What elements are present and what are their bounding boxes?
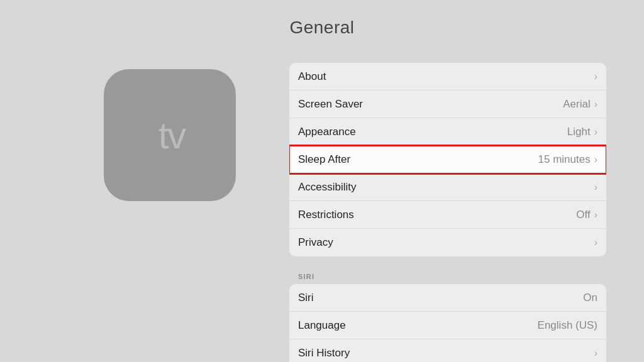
- apple-tv-logo: tv: [155, 114, 186, 157]
- item-right-language: English (US): [538, 319, 597, 332]
- chevron-icon-appearance: ›: [594, 126, 597, 138]
- settings-item-privacy[interactable]: Privacy ›: [289, 229, 606, 256]
- settings-item-about[interactable]: About ›: [289, 63, 606, 90]
- item-right-siri: On: [583, 292, 597, 304]
- settings-item-screen-saver[interactable]: Screen Saver Aerial ›: [289, 90, 606, 118]
- item-right-privacy: ›: [594, 237, 597, 248]
- chevron-icon-restrictions: ›: [594, 209, 597, 221]
- settings-group-main: About › Screen Saver Aerial › Appearance: [289, 63, 606, 256]
- chevron-icon-sleep-after: ›: [594, 154, 597, 165]
- settings-item-language[interactable]: Language English (US): [289, 312, 606, 339]
- settings-item-sleep-after[interactable]: Sleep After 15 minutes ›: [289, 146, 606, 173]
- content-area: tv About › Screen Saver Aerial: [0, 38, 644, 362]
- item-right-appearance: Light ›: [567, 126, 597, 138]
- item-right-restrictions: Off ›: [576, 209, 597, 221]
- item-value-restrictions: Off: [576, 209, 590, 221]
- page-container: General tv About ›: [0, 0, 644, 362]
- settings-item-appearance[interactable]: Appearance Light ›: [289, 118, 606, 146]
- item-value-screen-saver: Aerial: [563, 98, 590, 111]
- item-value-appearance: Light: [567, 126, 591, 138]
- item-value-language: English (US): [538, 319, 597, 332]
- chevron-icon-about: ›: [594, 71, 597, 82]
- settings-item-restrictions[interactable]: Restrictions Off ›: [289, 201, 606, 229]
- item-label-restrictions: Restrictions: [298, 209, 354, 221]
- page-title: General: [0, 0, 644, 38]
- item-right-accessibility: ›: [594, 182, 597, 193]
- chevron-icon-accessibility: ›: [594, 182, 597, 193]
- item-right-about: ›: [594, 71, 597, 82]
- settings-item-siri-history[interactable]: Siri History ›: [289, 339, 606, 362]
- item-label-about: About: [298, 70, 326, 83]
- chevron-icon-privacy: ›: [594, 237, 597, 248]
- chevron-icon-siri-history: ›: [594, 348, 597, 359]
- item-right-screen-saver: Aerial ›: [563, 98, 597, 111]
- item-right-siri-history: ›: [594, 348, 597, 359]
- settings-item-siri[interactable]: Siri On: [289, 284, 606, 312]
- item-value-sleep-after: 15 minutes: [538, 153, 591, 166]
- settings-group-siri: Siri On Language English (US) Siri Histo…: [289, 284, 606, 362]
- settings-item-accessibility[interactable]: Accessibility ›: [289, 173, 606, 201]
- item-label-language: Language: [298, 319, 346, 332]
- left-panel: tv: [50, 57, 289, 201]
- item-label-sleep-after: Sleep After: [298, 153, 350, 166]
- item-label-siri-history: Siri History: [298, 347, 350, 359]
- apple-tv-box: tv: [104, 69, 236, 201]
- section-header-siri: SIRI: [289, 264, 606, 284]
- item-label-appearance: Appearance: [298, 126, 356, 138]
- item-label-accessibility: Accessibility: [298, 181, 357, 194]
- chevron-icon-screen-saver: ›: [594, 99, 597, 110]
- item-label-screen-saver: Screen Saver: [298, 98, 363, 111]
- right-panel: About › Screen Saver Aerial › Appearance: [289, 57, 606, 362]
- item-label-siri: Siri: [298, 292, 314, 304]
- tv-text: tv: [158, 114, 186, 157]
- item-label-privacy: Privacy: [298, 236, 333, 249]
- item-right-sleep-after: 15 minutes ›: [538, 153, 598, 166]
- item-value-siri: On: [583, 292, 597, 304]
